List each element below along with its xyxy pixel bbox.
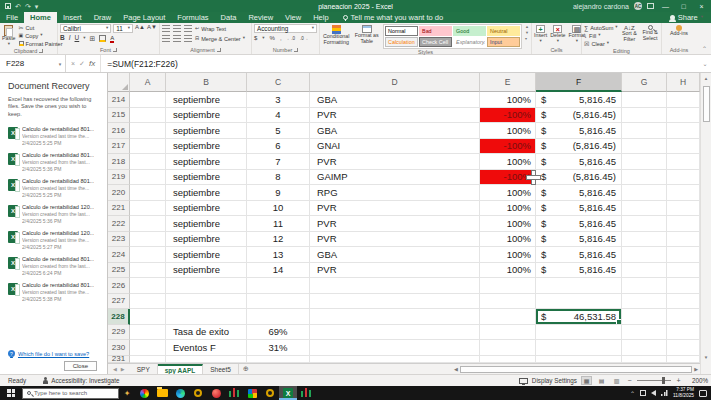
zoom-slider-thumb[interactable] bbox=[662, 377, 665, 384]
cell-C223[interactable]: 12 bbox=[247, 232, 310, 248]
candlestick-chart-icon[interactable] bbox=[225, 386, 243, 400]
cell-G228[interactable] bbox=[622, 309, 667, 325]
conditional-formatting-button[interactable]: Conditional Formatting bbox=[322, 24, 350, 46]
cell-E225[interactable]: 100% bbox=[480, 263, 536, 279]
sort-filter-button[interactable]: A↓Z Sort & Filter bbox=[621, 24, 639, 43]
row-header-216[interactable]: 216 bbox=[108, 123, 130, 139]
recovered-file[interactable]: XCalculo de rentabilidad 801...Version c… bbox=[0, 256, 107, 282]
align-top-icon[interactable] bbox=[162, 25, 170, 32]
cell-F222[interactable]: $5,816.45 bbox=[536, 216, 622, 232]
cell-B216[interactable]: septiembre bbox=[166, 123, 247, 139]
tab-home[interactable]: Home bbox=[24, 12, 57, 23]
cell-G216[interactable] bbox=[622, 123, 667, 139]
cell-G231[interactable] bbox=[622, 356, 667, 364]
cell-A225[interactable] bbox=[130, 263, 166, 279]
page-break-view-button[interactable]: ▥ bbox=[611, 376, 622, 385]
recovered-file[interactable]: XCalculo de rentabilidad 801...Version c… bbox=[0, 282, 107, 308]
cell-A224[interactable] bbox=[130, 247, 166, 263]
zoom-slider[interactable] bbox=[637, 380, 671, 381]
cell-C229[interactable]: 69% bbox=[247, 325, 310, 341]
cell-E227[interactable] bbox=[480, 294, 536, 310]
candlestick-chart-2-icon[interactable] bbox=[297, 386, 315, 400]
row-header-230[interactable]: 230 bbox=[108, 340, 130, 356]
cell-H227[interactable] bbox=[667, 294, 700, 310]
select-all-corner[interactable] bbox=[108, 73, 130, 92]
cell-D214[interactable]: GBA bbox=[310, 92, 480, 108]
row-header-225[interactable]: 225 bbox=[108, 263, 130, 279]
cell-G217[interactable] bbox=[622, 139, 667, 155]
cell-G222[interactable] bbox=[622, 216, 667, 232]
maximize-button[interactable]: □ bbox=[677, 3, 690, 10]
cell-B217[interactable]: septiembre bbox=[166, 139, 247, 155]
tab-file[interactable]: File bbox=[0, 12, 24, 23]
sheet-tab-spy[interactable]: SPY bbox=[130, 364, 158, 374]
cell-A230[interactable] bbox=[130, 340, 166, 356]
cell-B228[interactable] bbox=[166, 309, 247, 325]
gallery-scroll[interactable]: ▲▼▾ bbox=[525, 24, 529, 41]
cell-F227[interactable] bbox=[536, 294, 622, 310]
cell-C227[interactable] bbox=[247, 294, 310, 310]
cell-F217[interactable]: $(5,816.45) bbox=[536, 139, 622, 155]
cell-A226[interactable] bbox=[130, 278, 166, 294]
font-size-combo[interactable]: 11▾ bbox=[113, 24, 133, 33]
cell-A220[interactable] bbox=[130, 185, 166, 201]
font-color-icon[interactable]: A bbox=[110, 35, 114, 43]
cell-B226[interactable] bbox=[166, 278, 247, 294]
cell-H217[interactable] bbox=[667, 139, 700, 155]
autosum-button[interactable]: ∑AutoSum▾ bbox=[584, 24, 618, 31]
zoom-out-button[interactable]: − bbox=[626, 377, 633, 384]
cell-E228[interactable] bbox=[480, 309, 536, 325]
normal-view-button[interactable]: ▦ bbox=[581, 376, 592, 385]
cell-D225[interactable]: PVR bbox=[310, 263, 480, 279]
recovered-file[interactable]: XCalculo de rentabilidad 801...Version c… bbox=[0, 152, 107, 178]
cell-H228[interactable] bbox=[667, 309, 700, 325]
cell-style-explanatory[interactable]: Explanatory... bbox=[453, 37, 486, 47]
cell-H221[interactable] bbox=[667, 201, 700, 217]
cell-G223[interactable] bbox=[622, 232, 667, 248]
font-dialog-launcher[interactable] bbox=[113, 48, 117, 52]
row-header-215[interactable]: 215 bbox=[108, 108, 130, 124]
cell-G225[interactable] bbox=[622, 263, 667, 279]
tell-me-box[interactable]: Tell me what you want to do bbox=[343, 12, 444, 23]
cell-G215[interactable] bbox=[622, 108, 667, 124]
column-header-F[interactable]: F bbox=[536, 73, 622, 92]
cell-G230[interactable] bbox=[622, 340, 667, 356]
align-center-icon[interactable] bbox=[173, 35, 181, 42]
red-sphere-icon[interactable] bbox=[207, 386, 225, 400]
cell-D217[interactable]: GNAI bbox=[310, 139, 480, 155]
row-header-227[interactable]: 227 bbox=[108, 294, 130, 310]
zoom-in-button[interactable]: + bbox=[675, 377, 682, 384]
tab-data[interactable]: Data bbox=[215, 12, 243, 23]
paste-button[interactable]: Paste▾ bbox=[2, 24, 16, 46]
cell-F221[interactable]: $5,816.45 bbox=[536, 201, 622, 217]
excel-icon[interactable] bbox=[279, 386, 297, 400]
expand-formula-bar-icon[interactable]: ⌄ bbox=[699, 55, 711, 72]
insert-function-icon[interactable]: fx bbox=[89, 59, 95, 68]
cell-E218[interactable]: 100% bbox=[480, 154, 536, 170]
cell-B218[interactable]: septiembre bbox=[166, 154, 247, 170]
tab-help[interactable]: Help bbox=[307, 12, 334, 23]
cell-H218[interactable] bbox=[667, 154, 700, 170]
bold-button[interactable]: B bbox=[60, 35, 65, 42]
tray-app-icon[interactable] bbox=[640, 390, 646, 396]
cell-style-input[interactable]: Input bbox=[487, 37, 520, 47]
cell-A214[interactable] bbox=[130, 92, 166, 108]
cell-F215[interactable]: $(5,816.45) bbox=[536, 108, 622, 124]
cell-H216[interactable] bbox=[667, 123, 700, 139]
collapse-ribbon-icon[interactable]: ⌃ bbox=[698, 45, 711, 54]
cell-F226[interactable] bbox=[536, 278, 622, 294]
cell-C225[interactable]: 14 bbox=[247, 263, 310, 279]
cell-C220[interactable]: 9 bbox=[247, 185, 310, 201]
cell-E215[interactable]: -100% bbox=[480, 108, 536, 124]
recovered-file[interactable]: XCalculo de rentabilidad 801...Version c… bbox=[0, 126, 107, 152]
fill-button[interactable]: ↓Fill▾ bbox=[584, 32, 618, 39]
cell-E216[interactable]: 100% bbox=[480, 123, 536, 139]
row-header-221[interactable]: 221 bbox=[108, 201, 130, 217]
column-header-H[interactable]: H bbox=[667, 73, 700, 92]
avatar[interactable]: AC bbox=[634, 2, 642, 10]
grow-font-icon[interactable]: A▲ bbox=[135, 24, 145, 33]
share-button[interactable]: Share ▾ bbox=[670, 12, 711, 23]
row-header-220[interactable]: 220 bbox=[108, 185, 130, 201]
cell-H222[interactable] bbox=[667, 216, 700, 232]
cell-F214[interactable]: $5,816.45 bbox=[536, 92, 622, 108]
